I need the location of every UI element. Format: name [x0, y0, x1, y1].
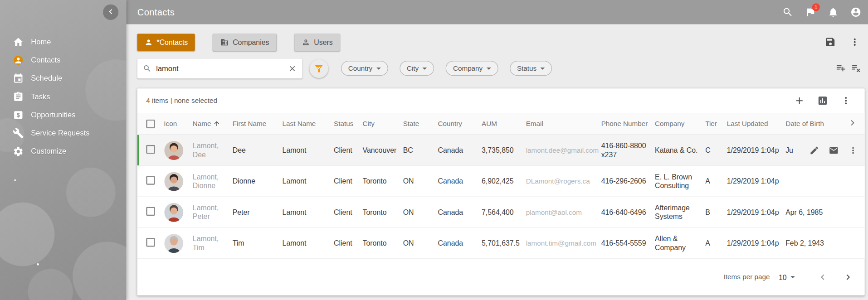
- clear-search-button[interactable]: [288, 64, 297, 73]
- clear-sort-button[interactable]: [851, 63, 861, 73]
- sidebar-item-label: Opportunities: [31, 111, 75, 119]
- table-row[interactable]: Lamont, Dionne Dionne Lamont Client Toro…: [137, 166, 865, 197]
- sidebar-item-label: Contacts: [31, 56, 60, 64]
- cell-email: lamont.tim@gmail.com: [526, 239, 601, 248]
- column-header-last-name[interactable]: Last Name: [283, 120, 334, 127]
- cell-state: ON: [403, 239, 438, 248]
- page-size-select[interactable]: 10: [779, 273, 795, 281]
- sidebar-item-home[interactable]: Home: [0, 33, 126, 51]
- cell-first-name: Dee: [233, 146, 283, 155]
- select-all-checkbox[interactable]: [146, 119, 155, 128]
- column-header-aum[interactable]: AUM: [482, 120, 526, 127]
- sidebar-item-contacts[interactable]: Contacts: [0, 51, 126, 69]
- table-row[interactable]: Lamont, Dee Dee Lamont Client Vancouver …: [137, 135, 865, 166]
- account-button[interactable]: [850, 7, 861, 18]
- flags-button[interactable]: 1: [805, 7, 816, 18]
- building-icon: [220, 38, 229, 46]
- cell-last-name: Lamont: [283, 239, 334, 248]
- chevron-right-icon: [847, 117, 858, 130]
- previous-page-button[interactable]: [817, 271, 828, 282]
- cell-city: Toronto: [363, 208, 403, 217]
- notifications-button[interactable]: [828, 7, 839, 18]
- column-header-email[interactable]: Email: [526, 120, 601, 127]
- add-sort-button[interactable]: [835, 63, 846, 73]
- global-search-button[interactable]: [782, 7, 793, 18]
- filter-chip-company[interactable]: Company: [446, 61, 498, 76]
- column-header-icon[interactable]: Icon: [164, 120, 192, 127]
- cell-first-name: Tim: [233, 239, 283, 248]
- row-checkbox[interactable]: [146, 145, 155, 154]
- row-menu-button[interactable]: [848, 145, 858, 155]
- svg-text:$: $: [17, 111, 20, 118]
- row-checkbox[interactable]: [146, 176, 155, 185]
- column-header-company[interactable]: Company: [655, 120, 705, 127]
- cell-phone: 416-554-5559: [601, 239, 655, 248]
- table-toolbar-actions: [794, 95, 856, 106]
- column-header-state[interactable]: State: [403, 120, 438, 127]
- column-header-dob[interactable]: Date of Birth: [785, 120, 840, 127]
- column-header-last-updated[interactable]: Last Updated: [727, 120, 785, 127]
- gear-icon: [13, 146, 24, 157]
- tab-companies[interactable]: Companies: [213, 34, 276, 51]
- close-icon: [288, 64, 297, 73]
- avatar: [164, 171, 184, 191]
- entity-tabs: *Contacts Companies Users: [137, 34, 340, 51]
- table-menu-button[interactable]: [840, 95, 851, 106]
- cell-aum: 3,735,850: [482, 146, 526, 155]
- sidebar-collapse-button[interactable]: [103, 5, 118, 20]
- filter-chip-city[interactable]: City: [400, 61, 434, 76]
- add-contact-button[interactable]: [794, 95, 805, 106]
- table-footer: Items per page 10: [137, 259, 865, 295]
- column-header-name[interactable]: Name: [193, 120, 233, 127]
- sidebar-item-schedule[interactable]: Schedule: [0, 69, 126, 87]
- sidebar-item-opportunities[interactable]: $ Opportunities: [0, 106, 126, 124]
- insights-button[interactable]: [817, 95, 828, 106]
- column-header-first-name[interactable]: First Name: [233, 120, 283, 127]
- tab-contacts[interactable]: *Contacts: [137, 34, 195, 51]
- filter-chip-status[interactable]: Status: [510, 61, 552, 76]
- sidebar-item-tasks[interactable]: Tasks: [0, 87, 126, 106]
- filter-chip-country[interactable]: Country: [341, 61, 388, 76]
- filter-funnel-icon: [313, 63, 324, 74]
- column-header-tier[interactable]: Tier: [705, 120, 727, 127]
- view-menu-button[interactable]: [849, 37, 860, 48]
- sidebar-item-service-requests[interactable]: Service Requests: [0, 124, 126, 142]
- filter-button[interactable]: [309, 59, 328, 78]
- table-row[interactable]: Lamont, Peter Peter Lamont Client Toront…: [137, 197, 865, 228]
- column-header-city[interactable]: City: [363, 120, 403, 127]
- next-page-button[interactable]: [843, 271, 853, 282]
- cell-last-name: Lamont: [283, 208, 334, 217]
- cell-aum: 6,902,425: [482, 177, 526, 186]
- scroll-columns-right-button[interactable]: [840, 117, 865, 130]
- app: Home Contacts Sche: [0, 0, 868, 300]
- cell-status: Client: [334, 239, 362, 248]
- chevron-down-icon: [790, 276, 795, 278]
- cell-email: DLamont@rogers.ca: [526, 177, 601, 186]
- cell-status: Client: [334, 177, 362, 186]
- column-header-country[interactable]: Country: [438, 120, 482, 127]
- chip-label: Company: [453, 64, 483, 72]
- cell-last-updated: 1/29/2019 1:04p: [727, 146, 785, 155]
- contacts-table-card: 4 items | none selected Icon: [137, 88, 865, 295]
- search-input[interactable]: [156, 64, 283, 73]
- avatar: [164, 202, 184, 222]
- account-circle-icon: [850, 7, 861, 18]
- search-box: [137, 58, 302, 78]
- sidebar-item-label: Service Requests: [31, 129, 89, 137]
- sidebar: Home Contacts Sche: [0, 0, 126, 300]
- items-per-page-label: Items per page: [724, 273, 770, 281]
- page-title: Contacts: [137, 7, 175, 17]
- save-view-button[interactable]: [825, 37, 836, 48]
- column-header-status[interactable]: Status: [334, 120, 362, 127]
- sidebar-item-customize[interactable]: Customize: [0, 142, 126, 160]
- row-checkbox[interactable]: [146, 237, 155, 247]
- edit-contact-button[interactable]: [809, 145, 819, 155]
- table-row[interactable]: Lamont, Tim Tim Lamont Client Toronto ON…: [137, 228, 865, 259]
- column-header-phone[interactable]: Phone Number: [601, 120, 655, 127]
- row-checkbox[interactable]: [146, 207, 155, 216]
- email-contact-button[interactable]: [829, 145, 839, 155]
- tab-users[interactable]: Users: [295, 34, 340, 51]
- cell-country: Canada: [438, 208, 482, 217]
- tab-label: Companies: [233, 38, 269, 46]
- cell-aum: 7,564,400: [482, 208, 526, 217]
